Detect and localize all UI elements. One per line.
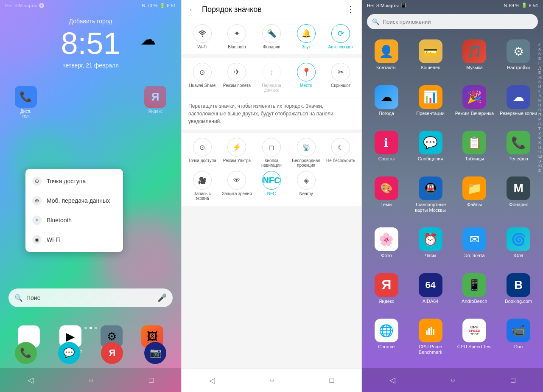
alpha-s[interactable]: Т — [538, 126, 542, 131]
app-tables[interactable]: 📋 Таблицы — [453, 127, 496, 171]
app-tips[interactable]: ℹ Советы — [365, 127, 408, 171]
lock-city-label[interactable]: Добавить город — [0, 18, 181, 25]
alpha-c[interactable]: Б — [538, 52, 542, 56]
app-search-bar[interactable]: 🔍 — [367, 14, 538, 29]
alpha-v[interactable]: Х — [538, 140, 542, 145]
nav-recent-btn[interactable]: □ — [149, 376, 154, 385]
icon-screenshot[interactable]: ✂ Скриншот — [325, 63, 356, 92]
app-transport[interactable]: 🚇 Транспортные карты Москвы — [409, 173, 452, 223]
alpha-o[interactable]: О — [538, 108, 542, 112]
app-themes[interactable]: 🎨 Темы — [365, 173, 408, 223]
ctx-mobile-data[interactable]: ⊕ Моб. передача данных — [25, 191, 123, 210]
mic-icon[interactable]: 🎤 — [157, 293, 167, 302]
app-weather[interactable]: ☁ Погода — [365, 82, 408, 126]
app-presentations[interactable]: 📊 Презентации — [409, 82, 452, 126]
app-contacts[interactable]: 👤 Контакты — [365, 36, 408, 80]
bottom-phone[interactable]: 📞 — [11, 342, 41, 364]
icon-bluetooth[interactable]: ✦ Bluetooth — [221, 24, 253, 49]
icon-ultra[interactable]: ⚡ Режим Ультра — [221, 138, 253, 168]
alphabet-sidebar[interactable]: # А Б В Г Д Е Ж З И К Л М Н О П Р С Т У … — [538, 42, 542, 173]
icon-nearby[interactable]: ◈ Nearby — [291, 171, 322, 201]
search-input[interactable] — [26, 294, 154, 301]
back-button[interactable]: ← — [188, 5, 197, 14]
alpha-h[interactable]: Ж — [538, 75, 542, 79]
icon-autorotate[interactable]: ⟳ Автоповорот — [325, 24, 356, 49]
icon-hotspot[interactable]: ⊙ Точка доступа — [187, 138, 218, 168]
alpha-j[interactable]: И — [538, 84, 542, 89]
nav3-home[interactable]: ○ — [451, 376, 456, 385]
more-options-button[interactable]: ⋮ — [346, 4, 355, 14]
app-backup[interactable]: ☁ Резервные копии — [497, 82, 540, 126]
nav-back-btn[interactable]: ◁ — [28, 375, 34, 385]
app-phone[interactable]: 📞 Телефон — [497, 127, 540, 171]
alpha-i[interactable]: З — [538, 80, 542, 84]
app-duo[interactable]: 📹 Duo — [497, 315, 540, 365]
alpha-t[interactable]: У — [538, 131, 542, 135]
app-messages[interactable]: 💬 Сообщения — [409, 127, 452, 171]
alpha-w[interactable]: Ц — [538, 145, 542, 149]
icon-wireless[interactable]: 📡 Беспроводная проекция — [291, 138, 322, 168]
bottom-yandex[interactable]: Я — [97, 342, 127, 364]
alpha-k[interactable]: К — [538, 89, 542, 93]
alpha-n[interactable]: Н — [538, 103, 542, 107]
app-yandex[interactable]: Я Яндекс — [365, 270, 408, 314]
icon-location[interactable]: 📍 Место — [291, 63, 322, 92]
search-bar[interactable]: 🔍 🎤 — [8, 288, 173, 307]
app-aida64[interactable]: 64 AIDA64 — [409, 270, 452, 314]
alpha-z1[interactable]: Э — [538, 159, 542, 163]
icon-nfc[interactable]: NFC NFC — [256, 171, 287, 201]
icon-huawei-share[interactable]: ⊙ Huawei Share — [187, 63, 218, 92]
app-androbench[interactable]: 📱 AndroBench — [453, 270, 496, 314]
alpha-f[interactable]: Д — [538, 66, 542, 70]
alpha-m[interactable]: М — [538, 98, 542, 103]
alpha-d[interactable]: В — [538, 56, 542, 61]
app-settings[interactable]: ⚙ Настройки — [497, 36, 540, 80]
nav3-back[interactable]: ◁ — [389, 375, 395, 385]
nav-home-btn[interactable]: ○ — [89, 376, 94, 385]
app-clock[interactable]: ⏰ Часы — [409, 224, 452, 268]
alpha-q[interactable]: Р — [538, 117, 542, 121]
app-wallet[interactable]: 💳 Кошелек — [409, 36, 452, 80]
icon-eye-care[interactable]: 👁 Защита зрения — [221, 171, 253, 201]
alpha-z3[interactable]: Z — [538, 168, 542, 173]
app-yula[interactable]: 🌀 Юла — [497, 224, 540, 268]
app-cpu-prime[interactable]: CPU Prime Benchmark — [409, 315, 452, 365]
icon-nav-key[interactable]: ◻ Кнопка навигации — [256, 138, 287, 168]
alpha-b[interactable]: А — [538, 47, 542, 51]
icon-airplane[interactable]: ✈ Режим полета — [221, 63, 253, 92]
app-music[interactable]: 🎵 Музыка — [453, 36, 496, 80]
app-party[interactable]: 🎉 Режим Вечеринка — [453, 82, 496, 126]
ctx-hotspot[interactable]: ⊙ Точка доступа — [25, 171, 123, 191]
icon-no-disturb[interactable]: ☾ Не беспокоить — [325, 138, 356, 168]
alpha-p[interactable]: П — [538, 112, 542, 117]
alpha-a[interactable]: # — [538, 42, 542, 47]
app-chrome[interactable]: 🌐 Chrome — [365, 315, 408, 365]
app-files[interactable]: 📁 Файлы — [453, 173, 496, 223]
alpha-z2[interactable]: Ю — [538, 164, 542, 168]
alpha-e[interactable]: Г — [538, 61, 542, 65]
nav2-back[interactable]: ◁ — [209, 376, 215, 385]
nav2-recent[interactable]: □ — [329, 376, 334, 385]
app-search-input[interactable] — [383, 19, 533, 25]
alpha-y[interactable]: Ш — [538, 154, 542, 159]
app-photos[interactable]: 🌸 Фото — [365, 224, 408, 268]
bottom-camera[interactable]: 📷 — [140, 342, 170, 364]
icon-wifi[interactable]: Wi-Fi — [187, 24, 218, 49]
alpha-u[interactable]: Ф — [538, 136, 542, 140]
icon-sound[interactable]: 🔔 Звук — [291, 24, 322, 49]
nav3-recent[interactable]: □ — [511, 376, 515, 385]
alpha-r[interactable]: С — [538, 122, 542, 126]
alpha-g[interactable]: Е — [538, 70, 542, 75]
app-booking[interactable]: B Booking.com — [497, 270, 540, 314]
app-disp[interactable]: 📞 Дисп.тел. — [11, 86, 41, 118]
alpha-x[interactable]: Ч — [538, 150, 542, 154]
alpha-l[interactable]: Л — [538, 94, 542, 98]
app-email[interactable]: ✉ Эл. почта — [453, 224, 496, 268]
ctx-wifi[interactable]: ◉ Wi-Fi — [25, 230, 123, 249]
app-flashlight[interactable]: M Фонарик — [497, 173, 540, 223]
bottom-messages[interactable]: 💬 — [54, 342, 84, 364]
icon-data-transfer[interactable]: ↕ Передача данных — [256, 63, 287, 92]
ctx-bluetooth[interactable]: ✦ Bluetooth — [25, 210, 123, 230]
icon-flashlight[interactable]: 🔦 Фонарик — [256, 24, 287, 49]
icon-screen-rec[interactable]: 🎥 Запись с экрана — [187, 171, 218, 201]
